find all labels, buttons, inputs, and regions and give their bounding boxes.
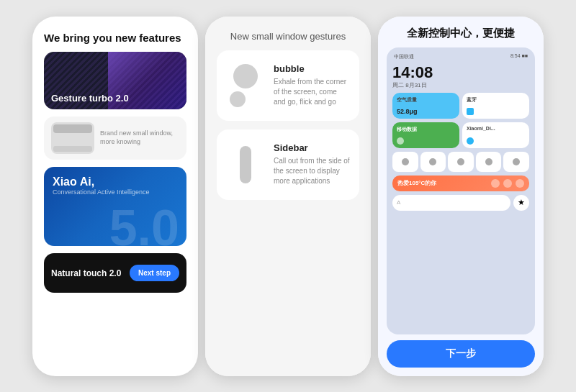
cc-widget-air: 空气质量 52.8μg (392, 93, 459, 119)
cc-date: 周二 8月31日 (392, 81, 433, 89)
sidebar-icon (225, 140, 265, 190)
cc-music-next[interactable] (516, 179, 524, 188)
cc-search-bar[interactable]: A (392, 195, 510, 211)
control-center-mockup: 中国联通 8:54 ■■ 14:08 周二 8月31日 空气质量 52.8μg (387, 47, 535, 334)
phone3-title: 全新控制中心，更便捷 (387, 27, 535, 40)
status-bar: 中国联通 8:54 ■■ (392, 53, 529, 60)
cc-icon-grid (392, 152, 529, 172)
bubble-circle-large (233, 64, 258, 88)
cc-music-title: 热爱105°C的你 (397, 179, 436, 187)
bubble-text: bubble Exhale from the corner of the scr… (274, 63, 351, 107)
cc-grid-item-4 (476, 152, 502, 172)
cc-grid-item-3 (448, 152, 474, 172)
xiaomi-ai-card: Xiao Ai, Conversational Active Intellige… (44, 167, 186, 246)
cc-star-button[interactable]: ★ (513, 195, 529, 211)
natural-touch-label: Natural touch 2.0 (51, 268, 121, 278)
cc-widget-wifi-label: Xiaomi_Di... (467, 126, 525, 131)
cc-search-a: A (397, 199, 400, 206)
small-window-sub: Brand new small window, more knowing (100, 129, 179, 146)
cc-grid-item-1 (392, 152, 418, 172)
status-time: 8:54 ■■ (510, 53, 528, 60)
cc-music-play[interactable] (503, 179, 512, 188)
phone2-title: New small window gestures (217, 31, 359, 42)
cc-time-row: 14:08 周二 8月31日 (392, 64, 529, 89)
wifi-icon (467, 137, 474, 145)
phone1-title: We bring you new features (44, 31, 186, 45)
bubble-title: bubble (274, 63, 351, 74)
small-window-card: Brand new small window, more knowing (44, 117, 186, 160)
status-carrier: 中国联通 (394, 53, 414, 60)
cc-clock: 14:08 (392, 64, 433, 81)
cc-grid-item-2 (420, 152, 446, 172)
sidebar-pill (240, 146, 251, 183)
next-step-button-3[interactable]: 下一步 (387, 340, 535, 368)
mini-window-preview (51, 122, 94, 154)
gesture-turbo-card: Gesture turbo 2.0 (44, 52, 186, 109)
cc-widgets-row-2: 移动数据 Xiaomi_Di... (392, 122, 529, 148)
star-icon: ★ (518, 198, 525, 207)
phone-1: We bring you new features Gesture turbo … (32, 17, 198, 376)
cc-widget-mobile: 移动数据 (392, 122, 459, 148)
cc-music-card: 热爱105°C的你 (392, 176, 529, 191)
cc-widget-wifi: Xiaomi_Di... (462, 122, 529, 148)
sidebar-card: Sidebar Call out from the side of the sc… (217, 129, 359, 200)
cc-widget-air-val: 52.8μg (397, 108, 455, 115)
bubble-desc: Exhale from the corner of the screen, co… (274, 77, 351, 107)
next-step-button-1[interactable]: Next step (130, 265, 179, 281)
cc-widgets-row: 空气质量 52.8μg 蓝牙 (392, 93, 529, 119)
cc-widget-bluetooth: 蓝牙 (462, 93, 529, 119)
natural-touch-card: Natural touch 2.0 Next step (44, 253, 186, 293)
phone-2: New small window gestures bubble Exhale … (205, 17, 371, 376)
bubble-card: bubble Exhale from the corner of the scr… (217, 50, 359, 121)
cc-music-controls (491, 179, 524, 188)
sidebar-title: Sidebar (274, 142, 351, 153)
cc-bottom-row: A ★ (392, 195, 529, 211)
sidebar-text: Sidebar Call out from the side of the sc… (274, 142, 351, 186)
bubble-icon (225, 60, 265, 111)
cc-widget-mobile-label: 移动数据 (397, 126, 455, 133)
sidebar-desc: Call out from the side of the screen to … (274, 156, 351, 186)
bluetooth-icon (467, 108, 474, 115)
xiao-ai-sub: Conversational Active Intelligence (53, 188, 178, 196)
phone-3: 全新控制中心，更便捷 中国联通 8:54 ■■ 14:08 周二 8月31日 空… (378, 17, 544, 376)
cc-grid-item-5 (503, 152, 529, 172)
bubble-circle-small (230, 91, 246, 107)
gesture-turbo-label: Gesture turbo 2.0 (51, 93, 129, 104)
xiao-ai-title: Xiao Ai, (53, 176, 178, 188)
mobile-icon (397, 137, 404, 145)
cc-widget-bt-label: 蓝牙 (467, 96, 525, 104)
cc-widget-air-label: 空气质量 (397, 96, 455, 104)
version-deco: 5.0 (109, 203, 179, 246)
cc-music-prev[interactable] (491, 179, 500, 188)
phone-gallery: We bring you new features Gesture turbo … (32, 17, 544, 376)
